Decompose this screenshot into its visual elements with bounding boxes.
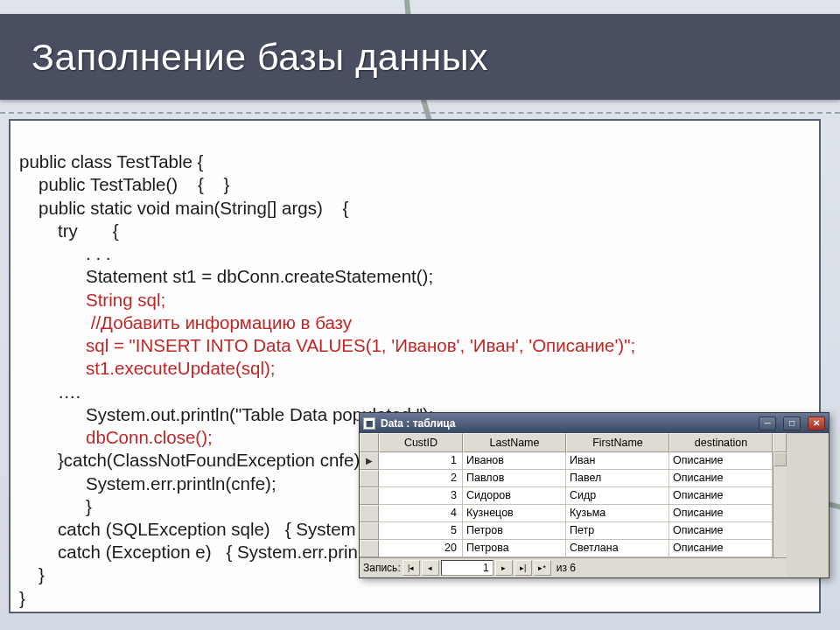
nav-first-button[interactable]: |◂ — [402, 560, 420, 576]
code-line: //Добавить информацию в базу — [19, 312, 352, 334]
cell-lastname[interactable]: Кузнецов — [463, 505, 566, 522]
cell-firstname[interactable]: Павел — [566, 470, 669, 487]
decorative-dashed-line — [0, 112, 840, 114]
record-navigator: Запись: |◂ ◂ ▸ ▸| ▸* из 6 — [360, 557, 787, 578]
close-button[interactable]: ✕ — [808, 416, 825, 430]
cell-destination[interactable]: Описание — [669, 487, 773, 505]
scrollbar-header — [773, 433, 787, 452]
nav-label: Запись: — [363, 562, 401, 574]
code-line: public class TestTable { — [19, 151, 203, 172]
code-line: } — [19, 564, 45, 586]
db-window-title: Data : таблица — [381, 417, 456, 430]
code-line: }catch(ClassNotFoundException cnfe) { — [19, 449, 410, 472]
row-selector[interactable] — [360, 522, 379, 540]
code-line: st1.executeUpdate(sql); — [19, 357, 276, 380]
maximize-button[interactable]: □ — [783, 416, 801, 430]
cell-firstname[interactable]: Светлана — [566, 540, 669, 557]
code-line: . . . — [19, 242, 110, 265]
code-line: …. — [19, 381, 80, 403]
cell-firstname[interactable]: Сидр — [566, 487, 669, 505]
nav-prev-button[interactable]: ◂ — [422, 560, 439, 576]
cell-destination[interactable]: Описание — [669, 470, 773, 487]
code-line: } — [19, 495, 92, 518]
code-line: catch (Exception e) { System.err.prin — [19, 541, 358, 564]
cell-destination[interactable]: Описание — [669, 540, 773, 557]
db-titlebar: ▦ Data : таблица ─ □ ✕ — [360, 413, 829, 433]
cell-custid[interactable]: 2 — [379, 470, 463, 487]
row-selector[interactable] — [360, 540, 379, 557]
code-line: try { — [19, 220, 119, 242]
cell-lastname[interactable]: Иванов — [463, 452, 566, 470]
db-grid: CustID LastName FirstName destination ▶ … — [360, 433, 829, 578]
cell-lastname[interactable]: Сидоров — [463, 487, 566, 505]
code-line: public static void main(String[] args) { — [19, 197, 348, 220]
row-selector-header — [360, 433, 379, 452]
code-line: } — [19, 588, 25, 608]
cell-firstname[interactable]: Иван — [566, 452, 669, 470]
column-header-lastname[interactable]: LastName — [463, 433, 566, 452]
row-selector[interactable] — [360, 505, 379, 522]
code-line: public TestTable() { } — [19, 173, 229, 196]
cell-lastname[interactable]: Петров — [463, 522, 566, 540]
datasheet-icon: ▦ — [363, 417, 375, 430]
code-line: dbConn.close(); — [19, 426, 213, 449]
database-table-window: ▦ Data : таблица ─ □ ✕ CustID LastName F… — [359, 412, 830, 578]
cell-lastname[interactable]: Петрова — [463, 540, 566, 557]
nav-record-input[interactable] — [441, 560, 494, 576]
column-header-firstname[interactable]: FirstName — [566, 433, 669, 452]
code-line: sql = "INSERT INTO Data VALUES(1, 'Ивано… — [19, 334, 635, 357]
cell-lastname[interactable]: Павлов — [463, 470, 566, 487]
nav-next-button[interactable]: ▸ — [495, 560, 513, 576]
cell-custid[interactable]: 20 — [379, 540, 463, 557]
cell-destination[interactable]: Описание — [669, 452, 773, 470]
vertical-scrollbar[interactable] — [773, 452, 787, 557]
row-selector[interactable] — [360, 470, 379, 487]
code-line: Statement st1 = dbConn.createStatement()… — [19, 265, 433, 288]
cell-custid[interactable]: 3 — [379, 487, 463, 505]
code-line: catch (SQLException sqle) { System — [19, 518, 356, 541]
cell-destination[interactable]: Описание — [669, 522, 773, 540]
slide-title-bar: Заполнение базы данных — [0, 14, 840, 100]
column-header-custid[interactable]: CustID — [379, 433, 463, 452]
code-line: String sql; — [19, 289, 165, 312]
cell-destination[interactable]: Описание — [669, 505, 773, 522]
row-selector[interactable] — [360, 487, 379, 505]
cell-custid[interactable]: 5 — [379, 522, 463, 540]
cell-custid[interactable]: 4 — [379, 505, 463, 522]
nav-total: из 6 — [556, 562, 576, 574]
cell-firstname[interactable]: Кузьма — [566, 505, 669, 522]
nav-new-button[interactable]: ▸* — [534, 560, 551, 576]
column-header-destination[interactable]: destination — [669, 433, 773, 452]
nav-last-button[interactable]: ▸| — [514, 560, 532, 576]
row-selector[interactable]: ▶ — [360, 452, 379, 470]
cell-custid[interactable]: 1 — [379, 452, 463, 470]
code-line: System.err.println(cnfe); — [19, 472, 276, 495]
slide-title: Заполнение базы данных — [32, 36, 488, 79]
minimize-button[interactable]: ─ — [759, 416, 776, 430]
cell-firstname[interactable]: Петр — [566, 522, 669, 540]
